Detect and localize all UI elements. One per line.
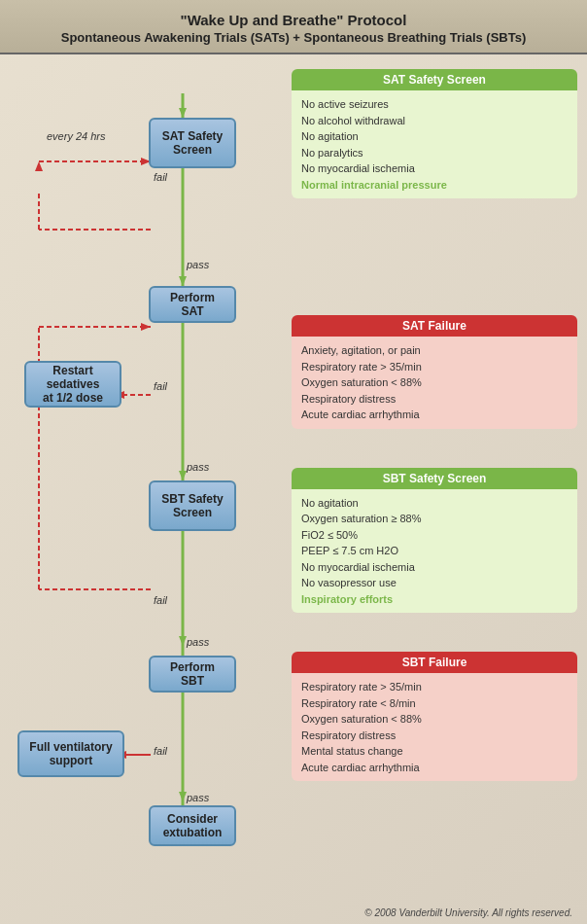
sbt-failure-item-5: Mental status change — [301, 743, 568, 760]
pass3-label: pass — [187, 636, 209, 648]
sbt-failure-panel-body: Respiratory rate > 35/min Respiratory ra… — [292, 673, 577, 781]
svg-marker-17 — [141, 323, 151, 331]
sat-safety-item-5: No myocardial ischemia — [301, 160, 568, 177]
fail1-label: fail — [154, 171, 167, 183]
sat-safety-item-4: No paralytics — [301, 145, 568, 161]
consider-extubation-box: Considerextubation — [149, 805, 236, 846]
header-title1: "Wake Up and Breathe" Protocol — [19, 12, 568, 28]
sbt-failure-item-1: Respiratory rate > 35/min — [301, 679, 568, 695]
pass1-label: pass — [187, 259, 209, 270]
content-area: every 24 hrs SAT SafetyScreen fail pass … — [0, 54, 587, 906]
sbt-safety-item-4: PEEP ≤ 7.5 cm H2O — [301, 543, 568, 559]
pass2-label: pass — [187, 461, 209, 473]
sat-failure-item-3: Oxygen saturation < 88% — [301, 374, 568, 391]
page-container: "Wake Up and Breathe" Protocol Spontaneo… — [0, 0, 587, 924]
sat-safety-item-6: Normal intracranial pressure — [301, 177, 568, 194]
sbt-failure-item-3: Oxygen saturation < 88% — [301, 711, 568, 728]
sbt-safety-item-7: Inspiratory efforts — [301, 591, 568, 608]
sat-safety-panel: SAT Safety Screen No active seizures No … — [292, 69, 577, 198]
sat-safety-item-1: No active seizures — [301, 96, 568, 113]
sbt-failure-item-2: Respiratory rate < 8/min — [301, 695, 568, 712]
sbt-safety-screen-label: SBT SafetyScreen — [161, 492, 223, 519]
perform-sat-box: Perform SAT — [149, 286, 236, 323]
sbt-safety-screen-box: SBT SafetyScreen — [149, 480, 236, 531]
sbt-safety-item-1: No agitation — [301, 495, 568, 512]
flow-area: every 24 hrs SAT SafetyScreen fail pass … — [10, 64, 282, 881]
header: "Wake Up and Breathe" Protocol Spontaneo… — [0, 0, 587, 54]
sbt-safety-panel-header: SBT Safety Screen — [292, 468, 577, 489]
sat-failure-panel-header: SAT Failure — [292, 315, 577, 337]
fail3-label: fail — [154, 594, 167, 606]
sat-safety-panel-body: No active seizures No alcohol withdrawal… — [292, 90, 577, 198]
svg-marker-4 — [179, 471, 187, 480]
svg-marker-5 — [179, 636, 187, 646]
sat-safety-panel-header: SAT Safety Screen — [292, 69, 577, 90]
sat-failure-item-2: Respiratory rate > 35/min — [301, 359, 568, 375]
sbt-failure-item-4: Respiratory distress — [301, 728, 568, 744]
perform-sbt-box: Perform SBT — [149, 656, 236, 693]
footer: © 2008 Vanderbilt University. All rights… — [364, 907, 572, 918]
consider-extubation-label: Considerextubation — [163, 812, 223, 839]
sat-failure-panel: SAT Failure Anxiety, agitation, or pain … — [292, 315, 577, 429]
info-area: SAT Safety Screen No active seizures No … — [282, 64, 577, 901]
sat-failure-item-1: Anxiety, agitation, or pain — [301, 342, 568, 359]
restart-sedatives-box: Restart sedativesat 1/2 dose — [24, 361, 121, 408]
perform-sat-label: Perform SAT — [158, 291, 226, 318]
sbt-safety-item-2: Oxygen saturation ≥ 88% — [301, 511, 568, 527]
sat-failure-item-5: Acute cardiac arrhythmia — [301, 407, 568, 423]
fail2-label: fail — [154, 380, 167, 392]
perform-sbt-label: Perform SBT — [158, 660, 226, 688]
sat-safety-screen-label: SAT SafetyScreen — [162, 129, 223, 157]
sat-failure-item-4: Respiratory distress — [301, 391, 568, 408]
svg-marker-1 — [179, 108, 187, 118]
sbt-failure-panel: SBT Failure Respiratory rate > 35/min Re… — [292, 652, 577, 781]
sbt-safety-panel-body: No agitation Oxygen saturation ≥ 88% FiO… — [292, 489, 577, 614]
sbt-safety-item-3: FiO2 ≤ 50% — [301, 527, 568, 544]
sbt-failure-item-6: Acute cardiac arrhythmia — [301, 760, 568, 776]
svg-marker-9 — [35, 161, 43, 171]
full-ventilatory-box: Full ventilatorysupport — [17, 730, 124, 777]
sat-safety-screen-box: SAT SafetyScreen — [149, 118, 236, 168]
sbt-safety-item-6: No vasopressor use — [301, 575, 568, 591]
sbt-safety-panel: SBT Safety Screen No agitation Oxygen sa… — [292, 468, 577, 614]
fail4-label: fail — [154, 745, 167, 757]
sat-safety-item-2: No alcohol withdrawal — [301, 113, 568, 129]
sat-safety-item-3: No agitation — [301, 128, 568, 145]
pass4-label: pass — [187, 792, 209, 803]
label-every24: every 24 hrs — [47, 130, 106, 142]
full-ventilatory-label: Full ventilatorysupport — [29, 740, 112, 767]
sbt-failure-panel-header: SBT Failure — [292, 652, 577, 673]
header-title2: Spontaneous Awakening Trials (SATs) + Sp… — [19, 30, 568, 45]
svg-marker-3 — [179, 276, 187, 286]
sat-failure-panel-body: Anxiety, agitation, or pain Respiratory … — [292, 337, 577, 429]
svg-marker-6 — [179, 792, 187, 801]
restart-sedatives-label: Restart sedativesat 1/2 dose — [34, 364, 112, 405]
sbt-safety-item-5: No myocardial ischemia — [301, 559, 568, 576]
